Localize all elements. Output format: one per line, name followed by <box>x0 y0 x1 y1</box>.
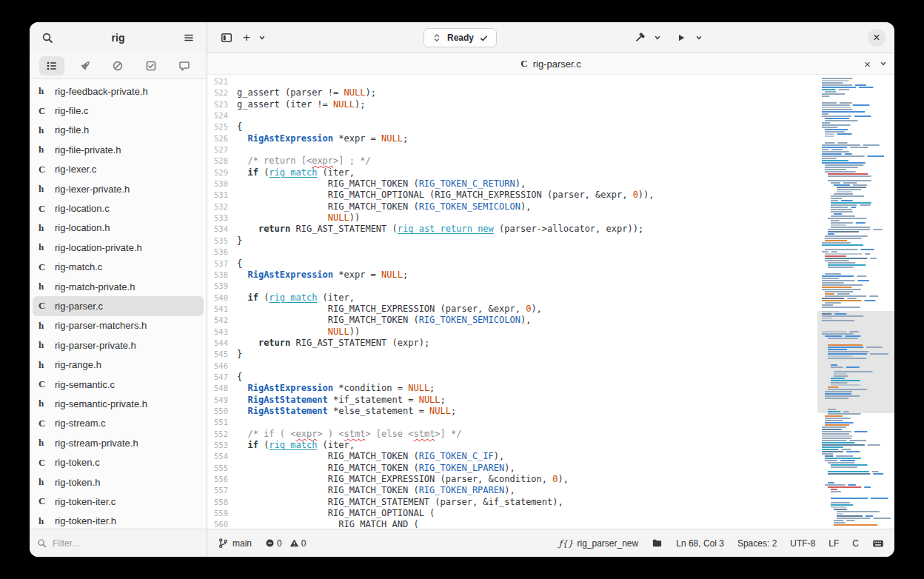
file-list-item[interactable]: hrig-file.h <box>33 121 204 140</box>
line-number[interactable]: 546 <box>207 361 228 372</box>
new-tab-menu-button[interactable] <box>256 27 268 48</box>
encoding-button[interactable]: UTF-8 <box>790 538 815 549</box>
code-line[interactable]: 546 <box>207 361 894 372</box>
file-list-item[interactable]: hrig-stream-private.h <box>33 433 204 452</box>
build-menu-button[interactable] <box>652 27 663 48</box>
line-number[interactable]: 526 <box>207 133 228 144</box>
line-number[interactable]: 556 <box>207 474 228 485</box>
file-list-item[interactable]: Crig-semantic.c <box>33 375 204 394</box>
tab-list-button[interactable] <box>880 60 887 67</box>
line-number[interactable]: 541 <box>207 304 228 315</box>
tab-close-button[interactable]: × <box>864 58 871 70</box>
current-symbol-button[interactable]: ƒ{} rig_parser_new <box>559 538 638 549</box>
run-button[interactable] <box>671 27 692 48</box>
line-ending-button[interactable]: LF <box>828 538 839 549</box>
line-number[interactable]: 521 <box>207 76 228 87</box>
code-line[interactable]: 526 RigAstExpression *expr = NULL; <box>207 133 894 144</box>
editor-tab[interactable]: C rig-parser.c <box>520 58 580 70</box>
code-line[interactable]: 522g_assert (parser != NULL); <box>207 87 894 98</box>
file-list-item[interactable]: hrig-semantic-private.h <box>33 394 204 413</box>
file-list-item[interactable]: hrig-location-private.h <box>33 238 204 257</box>
file-list-item[interactable]: Crig-location.c <box>33 198 204 218</box>
keyboard-settings-button[interactable] <box>872 538 884 549</box>
code-line[interactable]: 540 if (rig_match (iter, <box>207 292 894 304</box>
indentation-button[interactable]: Spaces: 2 <box>737 538 777 549</box>
code-line[interactable]: 553 if (rig_match (iter, <box>207 440 894 451</box>
code-line[interactable]: 538 RigAstExpression *expr = NULL; <box>207 270 894 281</box>
cursor-position-button[interactable]: Ln 68, Col 3 <box>676 538 724 549</box>
line-number[interactable]: 558 <box>207 497 228 508</box>
line-number[interactable]: 522 <box>207 87 228 98</box>
line-number[interactable]: 535 <box>207 235 228 247</box>
line-number[interactable]: 544 <box>207 338 228 349</box>
toggle-sidebar-button[interactable] <box>216 27 237 48</box>
line-number[interactable]: 537 <box>207 258 228 270</box>
code-line[interactable]: 527 <box>207 144 894 155</box>
line-number[interactable]: 551 <box>207 417 228 428</box>
line-number[interactable]: 533 <box>207 212 228 224</box>
code-line[interactable]: 525{ <box>207 121 894 133</box>
file-list-item[interactable]: Crig-lexer.c <box>33 160 204 179</box>
file-list-item[interactable]: hrig-feedback-private.h <box>33 81 204 101</box>
code-line[interactable]: 524 <box>207 110 894 121</box>
code-line[interactable]: 523g_assert (iter != NULL); <box>207 99 894 110</box>
code-line[interactable]: 534 return RIG_AST_STATEMENT (rig_ast_re… <box>207 224 894 235</box>
code-editor[interactable]: 521522g_assert (parser != NULL);523g_ass… <box>207 75 894 529</box>
file-list-item[interactable]: hrig-token.h <box>33 472 204 492</box>
sidebar-tab-comments[interactable] <box>172 56 197 76</box>
line-number[interactable]: 539 <box>207 281 228 292</box>
diagnostics-button[interactable]: 0 0 <box>265 538 306 549</box>
file-list-item[interactable]: Crig-match.c <box>33 258 204 277</box>
code-line[interactable]: 558 RIG_MATCH_STATEMENT (parser, &if_sta… <box>207 497 894 508</box>
run-menu-button[interactable] <box>693 27 705 48</box>
branch-button[interactable]: main <box>218 538 252 549</box>
code-line[interactable]: 544 return RIG_AST_STATEMENT (expr); <box>207 338 894 349</box>
code-line[interactable]: 529 if (rig_match (iter, <box>207 167 894 178</box>
code-line[interactable]: 545} <box>207 349 894 360</box>
line-number[interactable]: 531 <box>207 190 228 201</box>
code-line[interactable]: 543 NULL)) <box>207 327 894 338</box>
code-line[interactable]: 547{ <box>207 372 894 383</box>
code-line[interactable]: 537{ <box>207 258 894 270</box>
code-line[interactable]: 549 RigAstStatement *if_statement = NULL… <box>207 395 894 406</box>
code-line[interactable]: 559 RIG_MATCH_OPTIONAL ( <box>207 508 894 519</box>
build-button[interactable] <box>629 27 650 48</box>
code-line[interactable]: 548 RigAstExpression *condition = NULL; <box>207 383 894 394</box>
code-line[interactable]: 541 RIG_MATCH_EXPRESSION (parser, &expr,… <box>207 304 894 315</box>
line-number[interactable]: 554 <box>207 451 228 462</box>
code-line[interactable]: 554 RIG_MATCH_TOKEN (RIG_TOKEN_C_IF), <box>207 451 894 462</box>
file-list-item[interactable]: Crig-file.c <box>33 101 204 120</box>
code-line[interactable]: 536 <box>207 247 894 258</box>
line-number[interactable]: 523 <box>207 99 228 110</box>
menu-button[interactable] <box>178 27 199 48</box>
sidebar-tab-rocket[interactable] <box>73 56 98 76</box>
file-list-item[interactable]: Crig-stream.c <box>33 414 204 433</box>
file-list-item[interactable]: Crig-token.c <box>33 452 204 472</box>
code-line[interactable]: 560 RIG_MATCH_AND ( <box>207 519 894 529</box>
line-number[interactable]: 542 <box>207 315 228 326</box>
code-line[interactable]: 533 NULL)) <box>207 212 894 224</box>
line-number[interactable]: 553 <box>207 440 228 451</box>
filter-input[interactable] <box>51 538 199 549</box>
line-number[interactable]: 545 <box>207 349 228 360</box>
file-list-item[interactable]: Crig-token-iter.c <box>33 492 204 511</box>
line-number[interactable]: 527 <box>207 144 228 155</box>
file-list-item[interactable]: hrig-lexer-private.h <box>33 179 204 198</box>
line-number[interactable]: 538 <box>207 270 228 281</box>
code-line[interactable]: 539 <box>207 281 894 292</box>
line-number[interactable]: 543 <box>207 327 228 338</box>
code-line[interactable]: 556 RIG_MATCH_EXPRESSION (parser, &condi… <box>207 474 894 485</box>
file-list-item[interactable]: hrig-parser-private.h <box>33 335 204 355</box>
code-view[interactable]: 521522g_assert (parser != NULL);523g_ass… <box>207 75 894 529</box>
code-line[interactable]: 552 /* if ( <expr> ) <stmt> [else <stmt>… <box>207 429 894 440</box>
line-number[interactable]: 547 <box>207 372 228 383</box>
line-number[interactable]: 540 <box>207 292 228 304</box>
code-line[interactable]: 542 RIG_MATCH_TOKEN (RIG_TOKEN_SEMICOLON… <box>207 315 894 326</box>
file-list-item[interactable]: Crig-parser.c <box>33 296 204 315</box>
line-number[interactable]: 557 <box>207 485 228 496</box>
omnibar-status-button[interactable]: Ready <box>424 28 497 47</box>
line-number[interactable]: 559 <box>207 508 228 519</box>
code-line[interactable]: 535} <box>207 235 894 247</box>
code-line[interactable]: 521 <box>207 76 894 87</box>
file-list-item[interactable]: hrig-location.h <box>33 218 204 238</box>
